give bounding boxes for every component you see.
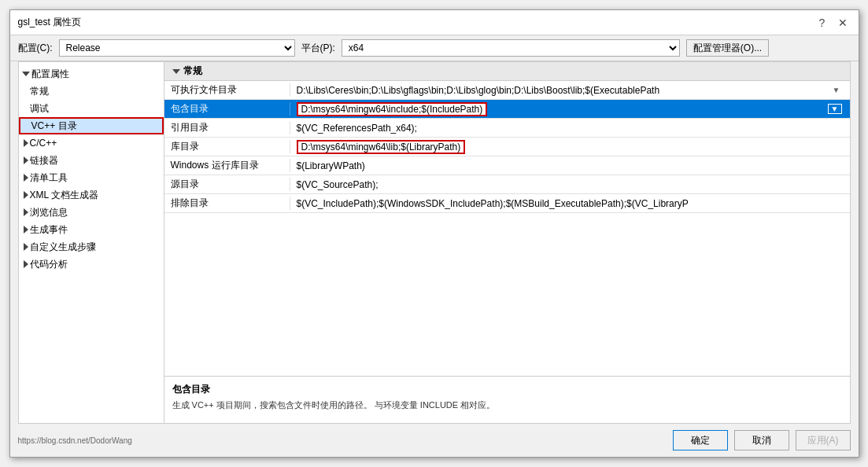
section-header: 常规 [164, 62, 850, 81]
sidebar-item-label: 链接器 [30, 154, 58, 167]
prop-value: $(VC_ReferencesPath_x64); [290, 123, 850, 134]
sidebar-item-label: XML 文档生成器 [30, 189, 99, 202]
prop-row-win-lib-dir[interactable]: Windows 运行库目录 $(LibraryWPath) [164, 156, 850, 175]
prop-name: 源目录 [164, 178, 290, 191]
prop-row-src-dir[interactable]: 源目录 $(VC_SourcePath); [164, 175, 850, 194]
sidebar-group-label: 配置属性 [31, 68, 69, 81]
dialog-window: gsl_test 属性页 ? ✕ 配置(C): Release 平台(P): x… [9, 9, 859, 458]
prop-value-text: D:\msys64\mingw64\include;$(IncludePath) [297, 102, 488, 116]
expand-icon [22, 72, 30, 76]
cancel-button[interactable]: 取消 [734, 430, 789, 450]
prop-value: D:\msys64\mingw64\lib;$(LibraryPath) [290, 140, 850, 154]
prop-name: 可执行文件目录 [164, 83, 290, 97]
prop-row-ref-dir[interactable]: 引用目录 $(VC_ReferencesPath_x64); [164, 119, 850, 138]
config-label: 配置(C): [18, 42, 53, 55]
expand-icon [24, 174, 28, 182]
sidebar-item-label: 常规 [30, 85, 49, 98]
platform-label: 平台(P): [301, 42, 335, 55]
prop-value: $(LibraryWPath) [290, 160, 850, 171]
prop-value: $(VC_IncludePath);$(WindowsSDK_IncludePa… [290, 198, 850, 209]
dropdown-arrow-icon[interactable]: ▼ [833, 86, 840, 94]
button-row: https://blog.csdn.net/DodorWang 确定 取消 应用… [10, 424, 859, 457]
expand-icon [24, 226, 28, 234]
sidebar: 配置属性 常规 调试 VC++ 目录 C/C++ 链接器 清单工具 [19, 62, 164, 423]
sidebar-item-cc[interactable]: C/C++ [19, 134, 164, 152]
prop-row-include-dir[interactable]: 包含目录 D:\msys64\mingw64\include;$(Include… [164, 100, 850, 119]
sidebar-item-manifest[interactable]: 清单工具 [19, 169, 164, 186]
properties-table: 可执行文件目录 D:\Libs\Ceres\bin;D:\Libs\gflags… [164, 81, 850, 376]
help-button[interactable]: ? [814, 15, 830, 31]
section-expand-icon [172, 69, 180, 74]
platform-select[interactable]: x64 [342, 39, 680, 57]
prop-name: Windows 运行库目录 [164, 159, 290, 172]
prop-name: 排除目录 [164, 197, 290, 210]
config-manager-button[interactable]: 配置管理器(O)... [686, 39, 769, 57]
prop-name: 引用目录 [164, 121, 290, 134]
expand-icon [24, 139, 28, 147]
sidebar-item-general[interactable]: 常规 [19, 83, 164, 100]
section-title: 常规 [183, 64, 202, 78]
sidebar-item-customstep[interactable]: 自定义生成步骤 [19, 238, 164, 256]
sidebar-item-label: 浏览信息 [30, 206, 68, 219]
sidebar-item-label: 自定义生成步骤 [30, 241, 96, 254]
sidebar-item-buildevents[interactable]: 生成事件 [19, 221, 164, 238]
prop-value-text: D:\Libs\Ceres\bin;D:\Libs\gflags\bin;D:\… [297, 85, 660, 96]
desc-text: 生成 VC++ 项目期间，搜索包含文件时使用的路径。 与环境变量 INCLUDE… [172, 399, 842, 411]
prop-name: 包含目录 [164, 102, 290, 116]
sidebar-item-xmlgen[interactable]: XML 文档生成器 [19, 186, 164, 204]
dialog-title: gsl_test 属性页 [18, 16, 82, 29]
prop-row-exclude-dir[interactable]: 排除目录 $(VC_IncludePath);$(WindowsSDK_Incl… [164, 194, 850, 213]
config-select[interactable]: Release [59, 39, 295, 57]
sidebar-item-label: VC++ 目录 [31, 120, 77, 133]
expand-icon [24, 156, 28, 164]
prop-value: D:\Libs\Ceres\bin;D:\Libs\gflags\bin;D:\… [290, 85, 850, 96]
prop-value-text: D:\msys64\mingw64\lib;$(LibraryPath) [297, 140, 466, 154]
expand-icon [24, 191, 28, 199]
toolbar: 配置(C): Release 平台(P): x64 配置管理器(O)... [10, 35, 859, 61]
expand-icon [24, 208, 28, 216]
desc-title: 包含目录 [172, 383, 842, 396]
description-panel: 包含目录 生成 VC++ 项目期间，搜索包含文件时使用的路径。 与环境变量 IN… [164, 376, 850, 423]
sidebar-item-codeanalysis[interactable]: 代码分析 [19, 256, 164, 273]
sidebar-item-label: 代码分析 [30, 258, 68, 271]
sidebar-item-browse[interactable]: 浏览信息 [19, 204, 164, 221]
title-controls: ? ✕ [814, 15, 851, 31]
expand-icon [24, 243, 28, 251]
apply-button[interactable]: 应用(A) [796, 430, 851, 450]
sidebar-item-label: 清单工具 [30, 171, 68, 185]
prop-value: $(VC_SourcePath); [290, 179, 850, 190]
sidebar-item-label: C/C++ [30, 138, 57, 149]
sidebar-item-vcpp[interactable]: VC++ 目录 [19, 117, 164, 134]
sidebar-item-label: 调试 [30, 102, 49, 116]
prop-row-lib-dir[interactable]: 库目录 D:\msys64\mingw64\lib;$(LibraryPath) [164, 138, 850, 156]
main-content: 配置属性 常规 调试 VC++ 目录 C/C++ 链接器 清单工具 [18, 61, 851, 424]
sidebar-item-debug[interactable]: 调试 [19, 100, 164, 117]
sidebar-group-config-properties[interactable]: 配置属性 [19, 65, 164, 83]
close-button[interactable]: ✕ [835, 15, 851, 31]
prop-name: 库目录 [164, 140, 290, 153]
sidebar-item-label: 生成事件 [30, 223, 68, 237]
right-panel: 常规 可执行文件目录 D:\Libs\Ceres\bin;D:\Libs\gfl… [164, 62, 850, 423]
prop-value: D:\msys64\mingw64\include;$(IncludePath)… [290, 102, 850, 116]
expand-icon [24, 260, 28, 268]
url-bar: https://blog.csdn.net/DodorWang [18, 436, 667, 445]
dropdown-arrow-icon[interactable]: ▼ [828, 104, 842, 114]
title-bar: gsl_test 属性页 ? ✕ [10, 10, 859, 35]
ok-button[interactable]: 确定 [673, 430, 728, 450]
prop-row-exe-dir[interactable]: 可执行文件目录 D:\Libs\Ceres\bin;D:\Libs\gflags… [164, 81, 850, 100]
sidebar-item-linker[interactable]: 链接器 [19, 152, 164, 169]
